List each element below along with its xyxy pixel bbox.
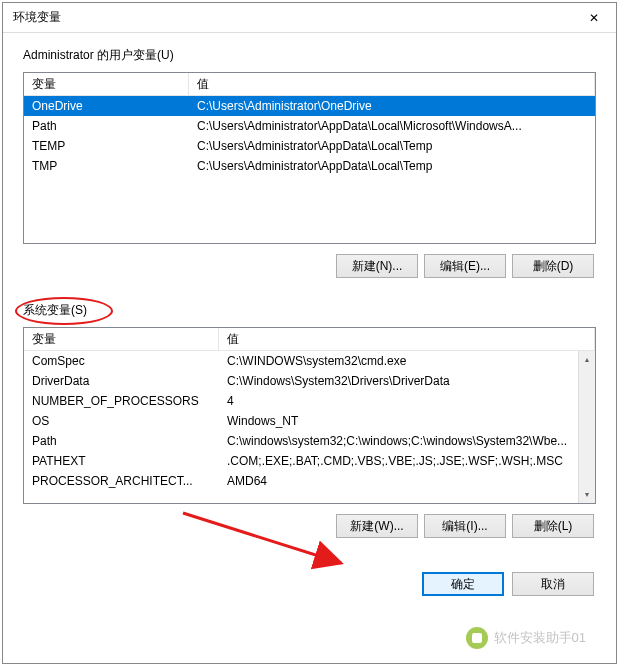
table-row[interactable]: ComSpecC:\WINDOWS\system32\cmd.exe [24,351,595,371]
system-vars-header: 变量 值 [24,328,595,351]
cell-value: C:\windows\system32;C:\windows;C:\window… [219,432,595,450]
user-col-name[interactable]: 变量 [24,73,189,95]
system-vars-label: 系统变量(S) [23,302,87,319]
cell-value: Windows_NT [219,412,595,430]
user-col-value[interactable]: 值 [189,73,595,95]
table-row[interactable]: TMPC:\Users\Administrator\AppData\Local\… [24,156,595,176]
cell-name: PROCESSOR_ARCHITECT... [24,472,219,490]
dialog-title: 环境变量 [13,9,571,26]
cell-value: C:\Users\Administrator\AppData\Local\Mic… [189,117,595,135]
cell-value: C:\Users\Administrator\AppData\Local\Tem… [189,157,595,175]
user-vars-list[interactable]: 变量 值 OneDriveC:\Users\Administrator\OneD… [23,72,596,244]
system-delete-button[interactable]: 删除(L) [512,514,594,538]
table-row[interactable]: NUMBER_OF_PROCESSORS4 [24,391,595,411]
cell-name: OS [24,412,219,430]
close-button[interactable]: ✕ [571,3,616,33]
table-row[interactable]: DriverDataC:\Windows\System32\Drivers\Dr… [24,371,595,391]
close-icon: ✕ [589,11,599,25]
cell-name: Path [24,117,189,135]
cell-name: DriverData [24,372,219,390]
cancel-button[interactable]: 取消 [512,572,594,596]
system-variables-group: 系统变量(S) 变量 值 ComSpecC:\WINDOWS\system32\… [23,302,596,538]
watermark: 软件安装助手01 [466,627,586,649]
cell-value: C:\Users\Administrator\OneDrive [189,97,595,115]
user-delete-button[interactable]: 删除(D) [512,254,594,278]
scrollbar[interactable]: ▴ ▾ [578,351,595,503]
system-new-button[interactable]: 新建(W)... [336,514,418,538]
cell-name: TMP [24,157,189,175]
cell-value: C:\Users\Administrator\AppData\Local\Tem… [189,137,595,155]
user-new-button[interactable]: 新建(N)... [336,254,418,278]
scroll-down-icon[interactable]: ▾ [579,486,595,503]
cell-value: .COM;.EXE;.BAT;.CMD;.VBS;.VBE;.JS;.JSE;.… [219,452,595,470]
system-vars-list[interactable]: 变量 值 ComSpecC:\WINDOWS\system32\cmd.exeD… [23,327,596,504]
cell-name: PATHEXT [24,452,219,470]
ok-button[interactable]: 确定 [422,572,504,596]
cell-value: C:\WINDOWS\system32\cmd.exe [219,352,595,370]
table-row[interactable]: PROCESSOR_ARCHITECT...AMD64 [24,471,595,491]
table-row[interactable]: OneDriveC:\Users\Administrator\OneDrive [24,96,595,116]
cell-name: Path [24,432,219,450]
user-vars-label: Administrator 的用户变量(U) [23,47,174,64]
user-vars-header: 变量 值 [24,73,595,96]
watermark-text: 软件安装助手01 [494,629,586,647]
user-edit-button[interactable]: 编辑(E)... [424,254,506,278]
table-row[interactable]: PathC:\Users\Administrator\AppData\Local… [24,116,595,136]
user-variables-group: Administrator 的用户变量(U) 变量 值 OneDriveC:\U… [23,47,596,278]
table-row[interactable]: OSWindows_NT [24,411,595,431]
watermark-logo-icon [466,627,488,649]
cell-name: TEMP [24,137,189,155]
scroll-up-icon[interactable]: ▴ [579,351,595,368]
cell-name: OneDrive [24,97,189,115]
sys-col-name[interactable]: 变量 [24,328,219,350]
cell-value: AMD64 [219,472,595,490]
table-row[interactable]: PathC:\windows\system32;C:\windows;C:\wi… [24,431,595,451]
cell-name: NUMBER_OF_PROCESSORS [24,392,219,410]
cell-name: ComSpec [24,352,219,370]
system-edit-button[interactable]: 编辑(I)... [424,514,506,538]
titlebar: 环境变量 ✕ [3,3,616,33]
sys-col-value[interactable]: 值 [219,328,595,350]
table-row[interactable]: PATHEXT.COM;.EXE;.BAT;.CMD;.VBS;.VBE;.JS… [24,451,595,471]
cell-value: 4 [219,392,595,410]
cell-value: C:\Windows\System32\Drivers\DriverData [219,372,595,390]
table-row[interactable]: TEMPC:\Users\Administrator\AppData\Local… [24,136,595,156]
